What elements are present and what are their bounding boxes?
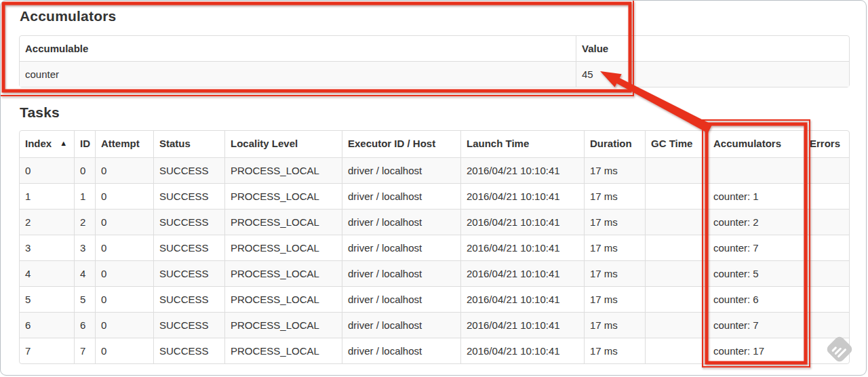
- cell: [804, 235, 849, 260]
- cell: 0: [95, 157, 153, 183]
- cell: [804, 183, 849, 209]
- cell: SUCCESS: [153, 338, 224, 363]
- cell: [707, 157, 804, 183]
- col-header-executor-id-host[interactable]: Executor ID / Host: [342, 131, 460, 157]
- cell: [804, 209, 849, 235]
- col-header-gc-time[interactable]: GC Time: [645, 131, 707, 157]
- cell: driver / localhost: [342, 286, 460, 312]
- cell: 0: [95, 312, 153, 338]
- cell: [804, 260, 849, 286]
- tasks-section-title: Tasks: [20, 105, 848, 120]
- cell: [645, 312, 707, 338]
- col-header-launch-time[interactable]: Launch Time: [460, 131, 584, 157]
- col-header-attempt[interactable]: Attempt: [95, 131, 153, 157]
- accumulable-name-cell: counter: [20, 61, 576, 87]
- cell: SUCCESS: [153, 157, 224, 183]
- tasks-header-row: Index▲ ID Attempt Status Locality Level …: [20, 131, 849, 157]
- cell: PROCESS_LOCAL: [224, 183, 342, 209]
- cell: 2016/04/21 10:10:41: [460, 338, 584, 363]
- cell: 2016/04/21 10:10:41: [460, 209, 584, 235]
- cell: [804, 286, 849, 312]
- cell: SUCCESS: [153, 312, 224, 338]
- cell: 17 ms: [584, 260, 645, 286]
- sort-asc-icon: ▲: [60, 139, 67, 147]
- task-row: 770SUCCESSPROCESS_LOCALdriver / localhos…: [20, 338, 849, 363]
- cell: 2: [74, 209, 95, 235]
- cell: 4: [74, 260, 95, 286]
- cell: driver / localhost: [342, 209, 460, 235]
- cell: [645, 157, 707, 183]
- page-content: Accumulators Accumulable Value counter 4…: [1, 1, 866, 364]
- cell: driver / localhost: [342, 157, 460, 183]
- cell: PROCESS_LOCAL: [224, 157, 342, 183]
- task-row: 440SUCCESSPROCESS_LOCALdriver / localhos…: [20, 260, 849, 286]
- cell: [804, 157, 849, 183]
- cell: PROCESS_LOCAL: [224, 235, 342, 260]
- accumulator-row: counter 45: [20, 61, 849, 87]
- col-header-locality-level[interactable]: Locality Level: [224, 131, 342, 157]
- cell: [645, 235, 707, 260]
- cell: 17 ms: [584, 183, 645, 209]
- cell: 17 ms: [584, 209, 645, 235]
- cell: PROCESS_LOCAL: [224, 260, 342, 286]
- cell: 2016/04/21 10:10:41: [460, 183, 584, 209]
- cell: 0: [95, 338, 153, 363]
- cell: driver / localhost: [342, 235, 460, 260]
- cell: [804, 312, 849, 338]
- cell: driver / localhost: [342, 260, 460, 286]
- cell: 0: [95, 209, 153, 235]
- cell: 17 ms: [584, 312, 645, 338]
- cell: 6: [74, 312, 95, 338]
- spark-ui-stage-page: Accumulators Accumulable Value counter 4…: [0, 0, 867, 376]
- task-row: 330SUCCESSPROCESS_LOCALdriver / localhos…: [20, 235, 849, 260]
- cell: counter: 6: [707, 286, 804, 312]
- cell: 17 ms: [584, 235, 645, 260]
- cell: 1: [74, 183, 95, 209]
- cell: 17 ms: [584, 286, 645, 312]
- task-row: 550SUCCESSPROCESS_LOCALdriver / localhos…: [20, 286, 849, 312]
- col-header-status[interactable]: Status: [153, 131, 224, 157]
- cell: 7: [74, 338, 95, 363]
- col-header-errors[interactable]: Errors: [804, 131, 849, 157]
- cell: 17 ms: [584, 338, 645, 363]
- cell: 2: [20, 209, 74, 235]
- cell: 4: [20, 260, 74, 286]
- cell: driver / localhost: [342, 338, 460, 363]
- col-header-id[interactable]: ID: [74, 131, 95, 157]
- cell: [645, 260, 707, 286]
- cell: SUCCESS: [153, 235, 224, 260]
- task-row: 220SUCCESSPROCESS_LOCALdriver / localhos…: [20, 209, 849, 235]
- cell: [645, 338, 707, 363]
- cell: 0: [74, 157, 95, 183]
- cell: 3: [20, 235, 74, 260]
- cell: PROCESS_LOCAL: [224, 209, 342, 235]
- col-header-index-label: Index: [25, 138, 52, 149]
- cell: driver / localhost: [342, 312, 460, 338]
- cell: SUCCESS: [153, 260, 224, 286]
- cell: 1: [20, 183, 74, 209]
- col-header-duration[interactable]: Duration: [584, 131, 645, 157]
- accumulators-table: Accumulable Value counter 45: [19, 35, 850, 87]
- task-row: 660SUCCESSPROCESS_LOCALdriver / localhos…: [20, 312, 849, 338]
- cell: driver / localhost: [342, 183, 460, 209]
- cell: 0: [95, 183, 153, 209]
- accumulators-section-title: Accumulators: [20, 9, 848, 24]
- col-header-accumulators[interactable]: Accumulators: [707, 131, 804, 157]
- cell: 5: [74, 286, 95, 312]
- cell: SUCCESS: [153, 183, 224, 209]
- col-header-index[interactable]: Index▲: [20, 131, 74, 157]
- cell: 6: [20, 312, 74, 338]
- task-row: 110SUCCESSPROCESS_LOCALdriver / localhos…: [20, 183, 849, 209]
- cell: counter: 7: [707, 235, 804, 260]
- accumulable-value-cell: 45: [576, 61, 849, 87]
- cell: PROCESS_LOCAL: [224, 338, 342, 363]
- accumulators-header-row: Accumulable Value: [20, 36, 849, 61]
- cell: SUCCESS: [153, 286, 224, 312]
- cell: 0: [95, 260, 153, 286]
- cell: [645, 209, 707, 235]
- cell: 2016/04/21 10:10:41: [460, 260, 584, 286]
- cell: 2016/04/21 10:10:41: [460, 157, 584, 183]
- col-header-accumulable: Accumulable: [20, 36, 576, 61]
- cell: 17 ms: [584, 157, 645, 183]
- cell: counter: 5: [707, 260, 804, 286]
